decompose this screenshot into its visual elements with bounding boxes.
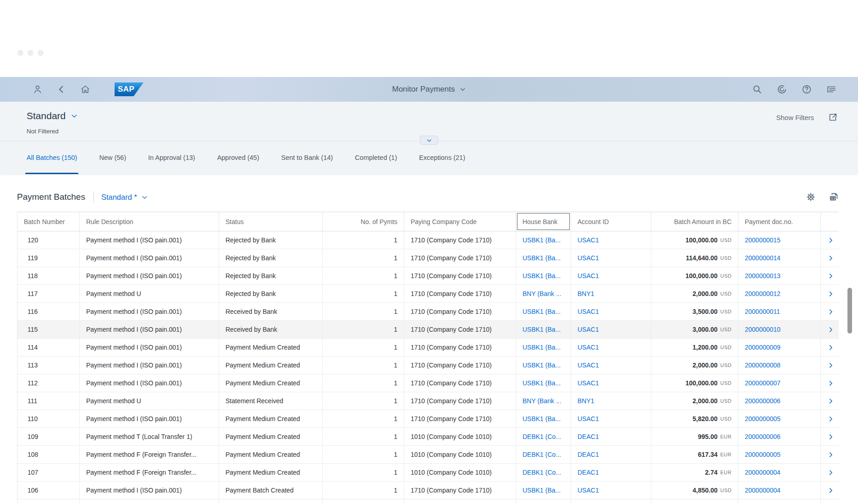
payment-doc-link[interactable]: 2000000008 — [745, 362, 781, 369]
house-bank-link[interactable]: USBK1 (Ba... — [522, 272, 561, 279]
house-bank-link[interactable]: DEBK1 (Co... — [522, 433, 561, 440]
house-bank-link[interactable]: USBK1 (Ba... — [522, 487, 561, 494]
row-chevron-icon[interactable] — [827, 451, 834, 458]
column-header-company[interactable]: Paying Company Code — [404, 212, 516, 231]
payment-doc-link[interactable]: 2000000012 — [745, 290, 781, 297]
table-row[interactable]: 113Payment method I (ISO pain.001)Paymen… — [17, 356, 839, 374]
column-header-batch[interactable]: Batch Number — [17, 212, 80, 231]
app-title-menu[interactable]: Monitor Payments — [392, 85, 466, 94]
payment-doc-link[interactable]: 2000000010 — [745, 326, 781, 333]
table-row[interactable]: 114Payment method I (ISO pain.001)Paymen… — [17, 339, 839, 356]
person-icon[interactable] — [32, 84, 43, 95]
account-id-link[interactable]: USAC1 — [578, 326, 599, 333]
share-icon[interactable] — [828, 112, 838, 122]
row-chevron-icon[interactable] — [827, 416, 834, 422]
table-row[interactable]: 120Payment method I (ISO pain.001)Reject… — [17, 231, 839, 249]
row-chevron-icon[interactable] — [827, 433, 834, 440]
copilot-icon[interactable] — [776, 84, 787, 95]
account-id-link[interactable]: USAC1 — [578, 415, 599, 422]
account-id-link[interactable]: BNY1 — [578, 397, 594, 405]
account-id-link[interactable]: USAC1 — [578, 379, 599, 387]
tab-sent-to-bank-14[interactable]: Sent to Bank (14) — [281, 141, 333, 174]
table-row[interactable]: 105Payment method I (ISO pain.001)In App… — [17, 499, 839, 504]
tab-exceptions-21[interactable]: Exceptions (21) — [419, 141, 465, 174]
tab-all-batches-150[interactable]: All Batches (150) — [27, 141, 77, 174]
row-chevron-icon[interactable] — [827, 290, 834, 297]
column-header-rule[interactable]: Rule Description — [80, 212, 219, 231]
column-header-account[interactable]: Account ID — [571, 212, 651, 231]
show-filters-button[interactable]: Show Filters — [776, 114, 814, 121]
column-header-bank[interactable]: House Bank — [516, 212, 571, 231]
payment-doc-link[interactable]: 2000000013 — [745, 272, 781, 279]
house-bank-link[interactable]: USBK1 (Ba... — [522, 236, 561, 244]
payment-doc-link[interactable]: 2000000005 — [745, 451, 781, 458]
help-icon[interactable] — [801, 84, 812, 95]
tab-approved-45[interactable]: Approved (45) — [217, 141, 259, 174]
account-id-link[interactable]: USAC1 — [578, 344, 599, 351]
table-row[interactable]: 107Payment method F (Foreign Transfer...… — [17, 464, 839, 482]
payment-doc-link[interactable]: 2000000011 — [745, 308, 780, 315]
row-chevron-icon[interactable] — [827, 362, 834, 369]
window-minimize-dot[interactable] — [28, 50, 33, 56]
variant-selector[interactable]: Standard — [27, 110, 78, 121]
house-bank-link[interactable]: USBK1 (Ba... — [522, 344, 561, 351]
home-icon[interactable] — [80, 84, 91, 95]
table-row[interactable]: 117Payment method URejected by Bank11710… — [17, 285, 839, 303]
tab-in-approval-13[interactable]: In Approval (13) — [148, 141, 195, 174]
house-bank-link[interactable]: BNY (Bank ... — [522, 290, 561, 297]
settings-gear-icon[interactable] — [806, 192, 816, 202]
table-row[interactable]: 119Payment method I (ISO pain.001)Reject… — [17, 249, 839, 267]
payment-doc-link[interactable]: 2000000006 — [745, 433, 781, 440]
account-id-link[interactable]: DEAC1 — [578, 469, 599, 476]
table-row[interactable]: 115Payment method I (ISO pain.001)Receiv… — [17, 321, 839, 339]
payment-doc-link[interactable]: 2000000004 — [745, 469, 781, 476]
row-chevron-icon[interactable] — [827, 308, 834, 315]
payment-doc-link[interactable]: 2000000007 — [745, 379, 781, 387]
table-row[interactable]: 106Payment method I (ISO pain.001)Paymen… — [17, 482, 839, 499]
house-bank-link[interactable]: DEBK1 (Co... — [522, 469, 561, 476]
account-id-link[interactable]: USAC1 — [578, 236, 599, 244]
table-row[interactable]: 111Payment method UStatement Received117… — [17, 392, 839, 410]
account-id-link[interactable]: DEAC1 — [578, 451, 599, 458]
payment-doc-link[interactable]: 2000000006 — [745, 397, 781, 405]
house-bank-link[interactable]: USBK1 (Ba... — [522, 308, 561, 315]
sap-logo[interactable]: SAP — [115, 82, 143, 96]
row-chevron-icon[interactable] — [827, 487, 834, 494]
window-maximize-dot[interactable] — [38, 50, 44, 56]
table-row[interactable]: 110Payment method I (ISO pain.001)Paymen… — [17, 410, 839, 428]
house-bank-link[interactable]: USBK1 (Ba... — [522, 254, 561, 262]
account-id-link[interactable]: USAC1 — [578, 362, 599, 369]
table-row[interactable]: 118Payment method I (ISO pain.001)Reject… — [17, 267, 839, 285]
row-chevron-icon[interactable] — [827, 255, 834, 262]
notifications-icon[interactable] — [826, 84, 837, 95]
collapse-header-button[interactable] — [420, 136, 438, 145]
column-header-pymts[interactable]: No. of Pymts — [323, 212, 404, 231]
table-row[interactable]: 108Payment method F (Foreign Transfer...… — [17, 446, 839, 464]
column-header-doc[interactable]: Payment doc.no. — [738, 212, 821, 231]
house-bank-link[interactable]: USBK1 (Ba... — [522, 379, 561, 387]
account-id-link[interactable]: BNY1 — [578, 290, 594, 297]
column-header-amount[interactable]: Batch Amount in BC — [651, 212, 738, 231]
payment-doc-link[interactable]: 2000000004 — [745, 487, 781, 494]
table-variant-selector[interactable]: Standard * — [101, 193, 148, 202]
row-chevron-icon[interactable] — [827, 237, 834, 244]
account-id-link[interactable]: DEAC1 — [578, 433, 599, 440]
payment-doc-link[interactable]: 2000000014 — [745, 254, 781, 262]
row-chevron-icon[interactable] — [827, 326, 834, 333]
house-bank-link[interactable]: BNY (Bank ... — [522, 397, 561, 405]
account-id-link[interactable]: USAC1 — [578, 272, 599, 279]
table-row[interactable]: 112Payment method I (ISO pain.001)Paymen… — [17, 374, 839, 392]
scrollbar-thumb[interactable] — [847, 288, 852, 334]
table-row[interactable]: 109Payment method T (Local Transfer 1)Pa… — [17, 428, 839, 446]
window-close-dot[interactable] — [17, 50, 23, 56]
house-bank-link[interactable]: USBK1 (Ba... — [522, 415, 561, 422]
row-chevron-icon[interactable] — [827, 469, 834, 476]
row-chevron-icon[interactable] — [827, 398, 834, 405]
payment-doc-link[interactable]: 2000000005 — [745, 415, 781, 422]
house-bank-link[interactable]: USBK1 (Ba... — [522, 362, 561, 369]
table-row[interactable]: 116Payment method I (ISO pain.001)Receiv… — [17, 303, 839, 321]
payment-doc-link[interactable]: 2000000015 — [745, 236, 781, 244]
back-icon[interactable] — [56, 84, 67, 95]
house-bank-link[interactable]: USBK1 (Ba... — [522, 326, 561, 333]
search-icon[interactable] — [752, 84, 763, 95]
